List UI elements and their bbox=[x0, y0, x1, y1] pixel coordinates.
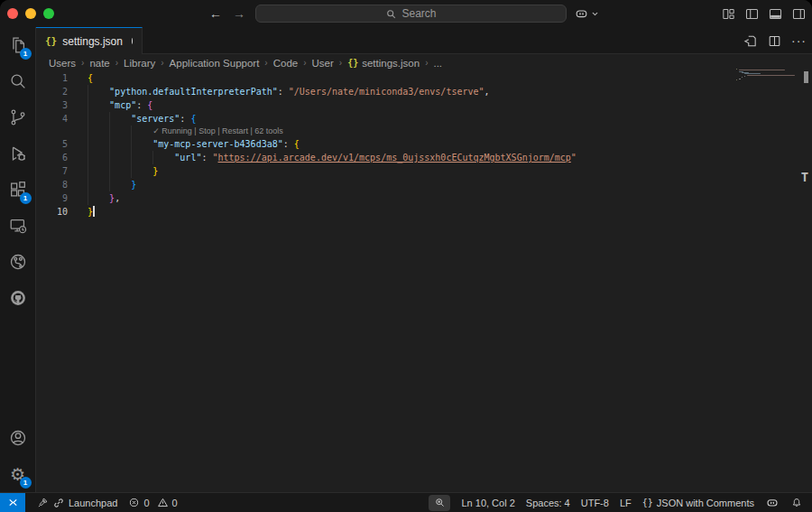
codelens-row[interactable]: ✓ Running | Stop | Restart | 62 tools bbox=[36, 126, 812, 137]
sidebar-item-search[interactable] bbox=[0, 63, 36, 99]
command-center-search[interactable]: Search bbox=[255, 5, 567, 23]
line-number: 8 bbox=[36, 178, 68, 191]
mcp-url-link[interactable]: https://api.arcade.dev/v1/mcps/ms_0ujssx… bbox=[218, 153, 571, 163]
breadcrumb-separator-icon: › bbox=[303, 58, 306, 68]
accounts-button[interactable] bbox=[0, 420, 36, 456]
overview-ruler-mark bbox=[804, 71, 808, 83]
indent-guide bbox=[131, 126, 132, 137]
code-text: } bbox=[68, 205, 95, 219]
gitlens-icon bbox=[8, 252, 28, 272]
breadcrumb-item[interactable]: settings.json bbox=[362, 58, 420, 69]
language-mode-label: JSON with Comments bbox=[657, 498, 754, 508]
github-icon bbox=[8, 288, 28, 308]
indent-guide bbox=[88, 112, 88, 126]
open-settings-ui-icon[interactable] bbox=[743, 33, 758, 49]
indent-guide bbox=[88, 85, 88, 98]
minimap-line bbox=[736, 69, 737, 70]
eol-button[interactable]: LF bbox=[614, 493, 637, 512]
go-forward-button[interactable]: → bbox=[233, 6, 245, 21]
chevron-down-icon bbox=[591, 10, 599, 18]
line-number: 3 bbox=[36, 98, 68, 112]
indent-guide bbox=[88, 191, 88, 205]
breadcrumb[interactable]: Users›nate›Library›Application Support›C… bbox=[36, 54, 812, 71]
minimize-window-button[interactable] bbox=[25, 8, 36, 19]
title-bar: ← → Search bbox=[0, 0, 812, 27]
code-line: 8 } bbox=[36, 178, 812, 191]
code-line: 1{ bbox=[36, 71, 812, 85]
customize-layout-icon[interactable] bbox=[721, 6, 736, 22]
copilot-status-button[interactable] bbox=[760, 493, 785, 512]
sidebar-item-remote-explorer[interactable] bbox=[0, 208, 36, 244]
indent-guide bbox=[88, 178, 88, 191]
settings-badge: 1 bbox=[20, 477, 32, 489]
indentation-button[interactable]: Spaces: 4 bbox=[521, 493, 576, 512]
language-mode-button[interactable]: {} JSON with Comments bbox=[637, 493, 760, 512]
search-placeholder: Search bbox=[401, 7, 436, 20]
maximize-window-button[interactable] bbox=[43, 8, 54, 19]
minimap-line bbox=[739, 70, 785, 70]
code-editor[interactable]: 1{2 "python.defaultInterpreterPath": "/U… bbox=[36, 71, 812, 492]
breadcrumb-item[interactable]: Users bbox=[49, 58, 76, 69]
line-number: 7 bbox=[36, 164, 68, 178]
remote-indicator-button[interactable] bbox=[0, 493, 25, 512]
notifications-button[interactable] bbox=[785, 493, 808, 512]
indent-guide bbox=[131, 164, 132, 178]
sidebar-item-extensions[interactable]: 1 bbox=[0, 172, 36, 208]
code-text: { bbox=[68, 71, 93, 85]
encoding-button[interactable]: UTF-8 bbox=[576, 493, 614, 512]
code-lines: 1{2 "python.defaultInterpreterPath": "/U… bbox=[36, 71, 812, 219]
breadcrumb-item[interactable]: Application Support bbox=[170, 58, 260, 69]
sidebar-item-github[interactable] bbox=[0, 280, 36, 316]
code-line: 10} bbox=[36, 205, 812, 219]
modified-dot-icon[interactable] bbox=[132, 38, 133, 44]
minimap-line bbox=[739, 79, 741, 79]
minimap[interactable] bbox=[736, 69, 799, 80]
remote-explorer-icon bbox=[8, 216, 28, 236]
tab-settings-json[interactable]: {} settings.json bbox=[36, 27, 143, 54]
problems-button[interactable]: 0 0 bbox=[123, 493, 182, 512]
cursor-position-button[interactable]: Ln 10, Col 2 bbox=[456, 493, 520, 512]
toggle-secondary-sidebar-icon[interactable] bbox=[791, 6, 807, 22]
toggle-primary-sidebar-icon[interactable] bbox=[744, 6, 760, 22]
sidebar-item-run-debug[interactable] bbox=[0, 135, 36, 172]
code-line: 6 "url": "https://api.arcade.dev/v1/mcps… bbox=[36, 151, 812, 164]
toggle-panel-icon[interactable] bbox=[768, 6, 783, 22]
launchpad-button[interactable]: Launchpad bbox=[31, 493, 123, 512]
go-back-button[interactable]: ← bbox=[209, 6, 222, 21]
breadcrumb-separator-icon: › bbox=[161, 58, 163, 68]
copilot-menu-button[interactable] bbox=[574, 3, 599, 24]
breadcrumb-item[interactable]: User bbox=[312, 58, 334, 69]
sidebar-item-source-control[interactable] bbox=[0, 99, 36, 135]
line-number: 6 bbox=[36, 151, 68, 164]
minimap-line bbox=[742, 77, 743, 78]
sidebar-item-gitlens[interactable] bbox=[0, 244, 36, 280]
close-window-button[interactable] bbox=[7, 8, 18, 19]
code-line: 5 "my-mcp-server-b436d3a8": { bbox=[36, 137, 812, 151]
run-debug-icon bbox=[8, 144, 28, 163]
minimap-line bbox=[744, 76, 745, 77]
split-editor-icon[interactable] bbox=[767, 33, 782, 49]
text-cursor bbox=[93, 206, 95, 217]
breadcrumb-item[interactable]: nate bbox=[89, 58, 109, 69]
manage-settings-button[interactable]: ⚙ 1 bbox=[0, 456, 36, 492]
breadcrumb-item[interactable]: ... bbox=[433, 58, 442, 69]
screencast-zoom-button[interactable] bbox=[429, 495, 450, 511]
code-text: "python.defaultInterpreterPath": "/Users… bbox=[68, 85, 490, 98]
overview-ruler-t-mark: T bbox=[798, 171, 811, 183]
explorer-badge: 1 bbox=[20, 48, 32, 60]
breadcrumb-separator-icon: › bbox=[264, 58, 267, 68]
more-actions-icon[interactable]: ··· bbox=[791, 33, 807, 48]
status-bar: Launchpad 0 0 Ln 10, Col 2 Spaces: 4 UTF… bbox=[0, 492, 812, 512]
line-number: 9 bbox=[36, 191, 68, 205]
breadcrumb-item[interactable]: Library bbox=[124, 58, 155, 69]
indent-guide bbox=[88, 98, 88, 112]
code-text: "mcp": { bbox=[68, 98, 152, 112]
code-text: "my-mcp-server-b436d3a8": { bbox=[68, 137, 300, 151]
code-text: "url": "https://api.arcade.dev/v1/mcps/m… bbox=[68, 151, 577, 164]
sidebar-item-explorer[interactable]: 1 bbox=[0, 27, 36, 63]
indent-guide bbox=[88, 151, 88, 164]
indent-guide bbox=[152, 151, 153, 164]
line-number: 4 bbox=[36, 112, 68, 126]
code-text: } bbox=[68, 178, 136, 191]
breadcrumb-item[interactable]: Code bbox=[273, 58, 299, 69]
